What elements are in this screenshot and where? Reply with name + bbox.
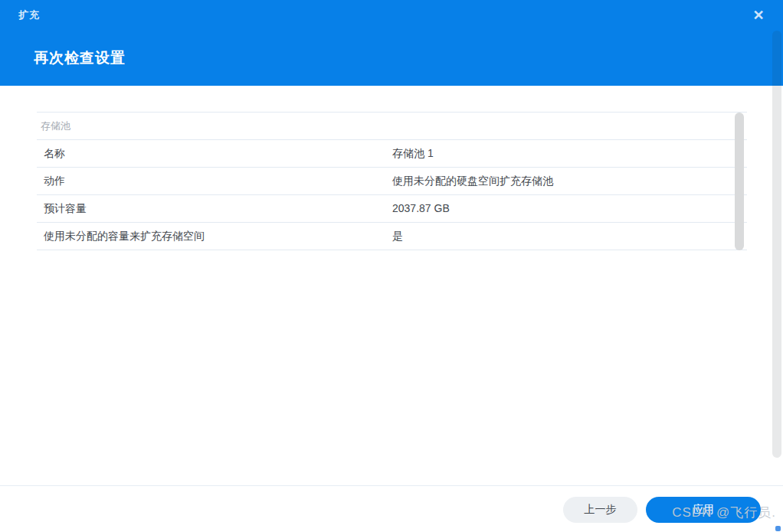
back-button[interactable]: 上一步 <box>563 497 637 523</box>
expand-dialog: 扩充 ✕ 再次检查设置 存储池 名称存储池 1 动作使用未分配的硬盘空间扩充存储… <box>0 0 783 532</box>
table-row: 使用未分配的容量来扩充存储空间是 <box>37 223 747 250</box>
table-section-row: 存储池 <box>37 113 747 140</box>
dialog-footer: 上一步 应用 <box>0 485 783 532</box>
row-value: 存储池 1 <box>392 140 434 167</box>
row-value: 使用未分配的硬盘空间扩充存储池 <box>392 168 553 194</box>
dialog-header: 扩充 ✕ 再次检查设置 <box>0 0 783 86</box>
settings-summary-table: 存储池 名称存储池 1 动作使用未分配的硬盘空间扩充存储池 预计容量2037.8… <box>37 112 747 250</box>
table-scrollbar-thumb[interactable] <box>735 113 744 250</box>
section-header-label: 存储池 <box>37 113 392 139</box>
table-row: 动作使用未分配的硬盘空间扩充存储池 <box>37 168 747 195</box>
close-button[interactable]: ✕ <box>748 5 769 26</box>
close-icon: ✕ <box>752 8 764 23</box>
dialog-title: 扩充 <box>18 8 40 22</box>
page-scrollbar-thumb[interactable] <box>772 31 781 458</box>
row-label: 预计容量 <box>37 195 392 222</box>
row-label: 动作 <box>37 168 392 194</box>
row-label: 名称 <box>37 140 392 167</box>
row-label: 使用未分配的容量来扩充存储空间 <box>37 223 392 250</box>
apply-button[interactable]: 应用 <box>646 497 761 523</box>
row-value: 2037.87 GB <box>392 195 450 222</box>
row-value: 是 <box>392 223 403 250</box>
table-row: 预计容量2037.87 GB <box>37 195 747 223</box>
page-title: 再次检查设置 <box>34 48 126 68</box>
table-row: 名称存储池 1 <box>37 140 747 168</box>
corner-artifact <box>775 526 781 531</box>
